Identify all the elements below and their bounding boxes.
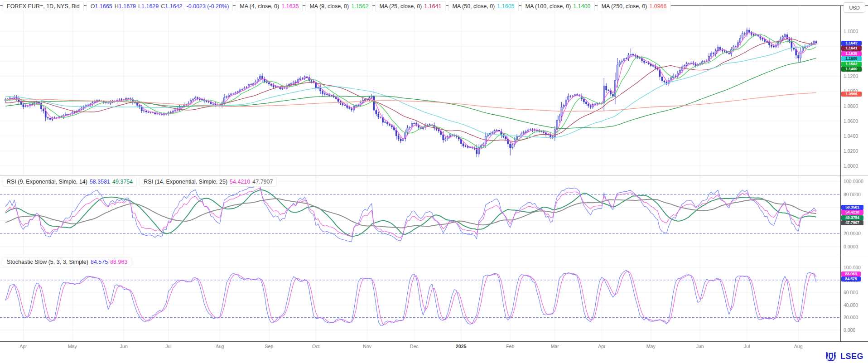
ma-legend-pill[interactable]: MA (100, close, 0)1.1400 <box>521 1 595 11</box>
ohlc-legend-pill[interactable]: O1.1665H1.1679L1.1629C1.1642-0.0023 (-0.… <box>87 1 233 11</box>
ohlc-value: H1.1679 <box>115 3 136 10</box>
price-axis-label: 1.0000 <box>844 163 858 169</box>
time-axis-label: Aug <box>785 344 812 349</box>
time-axis-label: Jul <box>733 344 761 349</box>
time-axis-label: Jul <box>155 344 182 349</box>
time-axis-label: 2025 <box>448 344 475 349</box>
pane-separator-rsi-stoch <box>0 255 868 255</box>
ma-legend-pill[interactable]: MA (9, close, 0)1.1562 <box>305 1 372 11</box>
currency-toggle-button[interactable]: USD <box>844 2 865 13</box>
stochastic-legend-pill[interactable]: Stochastic Slow (5, 3, 3, Simple)84.5758… <box>3 257 131 267</box>
stoch-axis-label: 20.000 <box>844 315 858 320</box>
time-axis-label: Apr <box>588 344 615 349</box>
lseg-wordmark: LSEG <box>840 352 863 361</box>
axis-value-badge: 84.575 <box>841 277 861 281</box>
ma-legend-pill[interactable]: MA (50, close, 0)1.1605 <box>448 1 519 11</box>
lseg-logo: LSEG <box>824 351 863 362</box>
axis-value-badge: 47.7907 <box>841 220 863 225</box>
stoch-axis-label: 40.000 <box>844 302 858 308</box>
axis-value-badge: 1.1635 <box>841 51 862 56</box>
stoch-axis-label: 100.000 <box>844 265 861 270</box>
stochastic-legend: Stochastic Slow (5, 3, 3, Simple)84.5758… <box>3 257 131 267</box>
time-axis-label: Aug <box>206 344 233 349</box>
lseg-crest-icon <box>824 351 838 362</box>
time-axis-label: Apr <box>10 344 37 349</box>
axis-value-badge: 1.1562 <box>841 62 862 67</box>
price-axis-label: 1.0800 <box>844 103 858 109</box>
time-axis-label: Feb <box>497 344 524 349</box>
stoch-axis-label: 0.000 <box>844 327 855 333</box>
chart-window: FOREX EUR=, 1D, NYS, BidO1.1665H1.1679L1… <box>0 0 868 364</box>
price-axis-label: 1.1200 <box>844 73 858 79</box>
pane-separator-main-rsi <box>0 175 868 176</box>
ma-legend-pill[interactable]: MA (250, close, 0)1.0966 <box>598 1 671 11</box>
price-axis-label: 1.1800 <box>844 29 858 34</box>
time-axis-label: May <box>59 344 86 349</box>
ohlc-value: C1.1642 <box>161 3 182 10</box>
axis-value-badge: 1.1605 <box>841 56 862 61</box>
change-value: -0.0023 (-0.20%) <box>187 3 229 10</box>
rsi-legend-pill[interactable]: RSI (9, Exponential, Simple, 14)58.35814… <box>3 177 137 187</box>
price-axis-label: 1.0600 <box>844 118 858 124</box>
ma-legend-pill[interactable]: MA (25, close, 0)1.1641 <box>375 1 445 11</box>
axis-value-badge: 49.3754 <box>841 215 863 220</box>
time-axis-label: Jun <box>110 344 137 349</box>
time-axis-label: Jun <box>686 344 714 349</box>
rsi-axis-label: 100.0000 <box>844 179 863 184</box>
ohlc-value: L1.1629 <box>138 3 159 10</box>
time-axis-label: Sep <box>256 344 283 349</box>
axis-value-badge: 88.963 <box>841 272 861 277</box>
time-axis-label: Oct <box>302 344 329 349</box>
ma-legend-pill[interactable]: MA (4, close, 0)1.1635 <box>236 1 303 11</box>
time-axis-label: May <box>637 344 665 349</box>
time-axis-label: Dec <box>400 344 428 349</box>
stoch-axis-label: 60.000 <box>844 290 858 295</box>
axis-value-badge: 1.1641 <box>841 46 862 51</box>
main-chart-legend: FOREX EUR=, 1D, NYS, BidO1.1665H1.1679L1… <box>3 1 671 11</box>
price-axis-label: 1.0400 <box>844 133 858 139</box>
time-axis-label: Nov <box>354 344 381 349</box>
instrument-legend-pill[interactable]: FOREX EUR=, 1D, NYS, Bid <box>3 1 84 11</box>
axis-value-badge: 1.0966 <box>841 92 862 97</box>
price-axis-label: 1.0200 <box>844 148 858 154</box>
axis-value-badge: 58.3581 <box>841 205 863 210</box>
rsi-axis-label: 0.0000 <box>844 244 858 249</box>
axis-value-badge: 1.1642 <box>841 41 862 46</box>
rsi-legend: RSI (9, Exponential, Simple, 14)58.35814… <box>3 177 277 187</box>
time-axis-label: Mar <box>541 344 569 349</box>
rsi-legend-pill[interactable]: RSI (14, Exponential, Simple, 25)54.4210… <box>140 177 277 187</box>
axis-value-badge: 54.4210 <box>841 210 863 215</box>
ohlc-value: O1.1665 <box>91 3 112 10</box>
rsi-axis-label: 80.0000 <box>844 192 861 197</box>
rsi-axis-label: 20.0000 <box>844 231 861 236</box>
axis-value-badge: 1.1400 <box>841 67 862 72</box>
bottom-frame-line <box>0 341 868 342</box>
